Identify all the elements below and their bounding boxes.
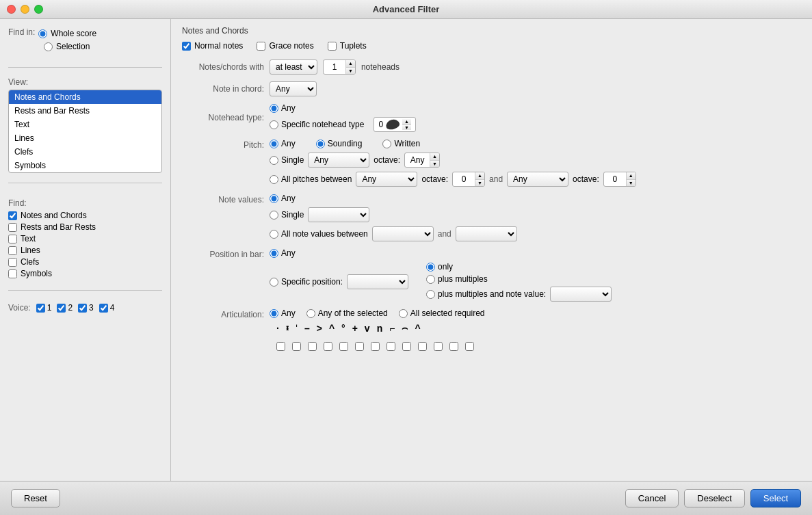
tuplets-checkbox[interactable] — [328, 42, 337, 51]
find-symbols-checkbox[interactable] — [8, 269, 17, 278]
find-lines-checkbox[interactable] — [8, 246, 17, 255]
artic-all-selected-radio[interactable] — [399, 309, 408, 318]
artic-cb-1[interactable] — [276, 342, 285, 351]
octave-input-3[interactable] — [604, 174, 626, 184]
spin-up-btn[interactable]: ▲ — [346, 60, 355, 68]
pitch-to-select[interactable]: Any C — [507, 172, 568, 187]
octave-up-2[interactable]: ▲ — [475, 172, 484, 180]
notehead-spin-down[interactable]: ▼ — [402, 125, 411, 131]
pitch-between-radio[interactable] — [270, 175, 278, 184]
pitch-single-select[interactable]: Any C D E — [308, 153, 369, 168]
whole-score-radio[interactable] — [38, 29, 47, 38]
position-only-radio[interactable] — [426, 263, 435, 272]
artic-cb-5[interactable] — [339, 342, 348, 351]
note-in-chord-select[interactable]: Any Top Bottom — [270, 81, 317, 96]
normal-notes-checkbox[interactable] — [182, 42, 191, 51]
reset-button[interactable]: Reset — [11, 489, 60, 507]
voice-1-checkbox[interactable] — [36, 304, 45, 313]
position-specific-select[interactable] — [347, 274, 408, 289]
voice-section: Voice: 1 2 3 4 — [8, 303, 162, 313]
octave-down-2[interactable]: ▼ — [475, 180, 484, 187]
voice-4-checkbox[interactable] — [99, 304, 108, 313]
artic-cb-6[interactable] — [355, 342, 364, 351]
artic-wedge-icon: ^ — [415, 323, 420, 334]
note-values-from-select[interactable] — [372, 226, 434, 241]
artic-cb-11[interactable] — [434, 342, 443, 351]
octave-down-1[interactable]: ▼ — [430, 161, 439, 168]
position-any-radio[interactable] — [270, 249, 278, 258]
position-note-value-select[interactable] — [550, 287, 612, 302]
voice-3-checkbox[interactable] — [78, 304, 87, 313]
artic-cb-9[interactable] — [402, 342, 411, 351]
view-listbox[interactable]: Notes and Chords Rests and Bar Rests Tex… — [8, 90, 162, 173]
artic-cb-13[interactable] — [465, 342, 474, 351]
artic-cb-12[interactable] — [449, 342, 458, 351]
list-item-lines[interactable]: Lines — [9, 131, 161, 145]
octave-label-2: octave: — [421, 174, 448, 184]
note-in-chord-row: Note in chord: Any Top Bottom — [182, 81, 801, 96]
list-item-text[interactable]: Text — [9, 118, 161, 131]
position-plus-mult-note-radio[interactable] — [426, 290, 435, 299]
octave-spinbox-2[interactable]: ▲ ▼ — [452, 172, 485, 187]
voice-2-checkbox[interactable] — [57, 304, 66, 313]
artic-cb-2[interactable] — [292, 342, 301, 351]
position-plus-mult-radio[interactable] — [426, 275, 435, 284]
octave-input-1[interactable] — [405, 155, 430, 165]
at-least-select[interactable]: at least exactly at most — [270, 60, 317, 75]
note-values-to-select[interactable] — [456, 226, 517, 241]
artic-any-radio[interactable] — [270, 309, 278, 318]
list-item-clefs[interactable]: Clefs — [9, 145, 161, 159]
notehead-specific-radio[interactable] — [270, 120, 278, 129]
maximize-button[interactable] — [34, 5, 43, 14]
octave-spinbox-3[interactable]: ▲ ▼ — [603, 172, 636, 187]
list-item-symbols[interactable]: Symbols — [9, 159, 161, 172]
spin-down-btn[interactable]: ▼ — [346, 68, 355, 75]
artic-all-selected-row: All selected required — [399, 308, 485, 318]
octave-spinbox-1[interactable]: ▲ ▼ — [404, 153, 440, 168]
select-button[interactable]: Select — [750, 489, 801, 507]
find-clefs-checkbox[interactable] — [8, 258, 17, 267]
deselect-button[interactable]: Deselect — [684, 489, 745, 507]
noteheads-spinbox[interactable]: ▲ ▼ — [323, 60, 356, 75]
close-button[interactable] — [7, 5, 16, 14]
artic-cb-7[interactable] — [371, 342, 380, 351]
octave-up-3[interactable]: ▲ — [627, 172, 636, 180]
artic-any-selected-radio[interactable] — [306, 309, 315, 318]
note-values-between-radio[interactable] — [270, 230, 278, 239]
list-item-notes-chords[interactable]: Notes and Chords — [9, 90, 161, 104]
notehead-num: 0 — [378, 120, 383, 129]
octave-down-3[interactable]: ▼ — [627, 180, 636, 187]
notes-chords-with-row: Notes/chords with at least exactly at mo… — [182, 60, 801, 75]
noteheads-count-input[interactable] — [324, 62, 345, 72]
voice-2: 2 — [57, 303, 73, 313]
list-item-rests[interactable]: Rests and Bar Rests — [9, 104, 161, 118]
position-specific-radio[interactable] — [270, 278, 278, 287]
grace-notes-row: Grace notes — [257, 41, 313, 51]
minimize-button[interactable] — [21, 5, 29, 14]
find-text-checkbox[interactable] — [8, 235, 17, 243]
pitch-single-radio[interactable] — [270, 156, 278, 165]
find-rests-checkbox[interactable] — [8, 223, 17, 232]
octave-up-1[interactable]: ▲ — [430, 153, 439, 161]
cancel-button[interactable]: Cancel — [625, 489, 679, 507]
notehead-any-radio[interactable] — [270, 104, 278, 113]
artic-fermata-icon: ⌢ — [402, 322, 408, 334]
pitch-written-radio[interactable] — [382, 140, 391, 148]
octave-input-2[interactable] — [453, 174, 475, 184]
pitch-sounding-radio[interactable] — [316, 140, 325, 148]
note-values-single-radio[interactable] — [270, 211, 278, 220]
artic-cb-3[interactable] — [308, 342, 317, 351]
notehead-spin-up[interactable]: ▲ — [402, 119, 411, 125]
note-values-single-select[interactable] — [308, 207, 369, 222]
pitch-any-radio[interactable] — [270, 140, 278, 148]
pitch-from-select[interactable]: Any C — [356, 172, 417, 187]
artic-cb-10[interactable] — [418, 342, 427, 351]
grace-notes-checkbox[interactable] — [257, 42, 265, 51]
artic-cb-4[interactable] — [324, 342, 332, 351]
find-notes-checkbox[interactable] — [8, 211, 17, 220]
artic-cb-8[interactable] — [387, 342, 395, 351]
find-clefs-label: Clefs — [21, 257, 39, 267]
selection-radio[interactable] — [44, 42, 53, 51]
note-values-any-radio[interactable] — [270, 194, 278, 203]
notehead-specific-row: Specific notehead type 0 ▲ ▼ — [270, 117, 416, 132]
